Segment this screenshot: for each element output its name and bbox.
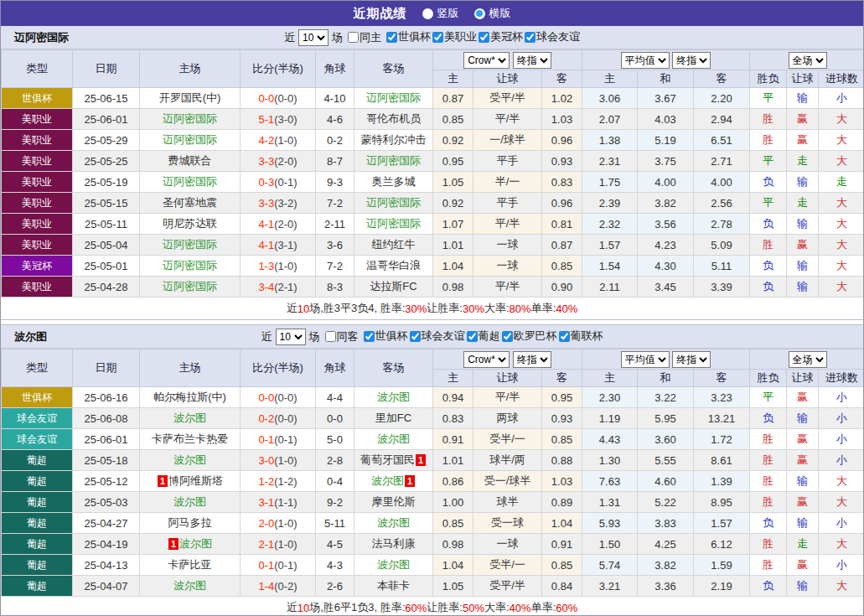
result-cell: 负 xyxy=(750,214,787,235)
match-row: 世俱杯25-06-15开罗国民(中)0-0(0-0)4-10迈阿密国际0.87受… xyxy=(2,88,864,109)
match-row: 葡超25-04-27阿马多拉2-0(1-0)5-11波尔图0.85受一球1.04… xyxy=(2,513,864,534)
col-score: 比分(半场) xyxy=(241,50,316,88)
away-team-name: 本菲卡 xyxy=(377,579,410,592)
home-team-name: 卡萨布兰卡热爱 xyxy=(152,432,228,445)
handicap-result-cell: 赢 xyxy=(787,235,819,256)
match-date: 25-05-11 xyxy=(73,214,140,235)
same-venue-checkbox[interactable] xyxy=(325,331,336,342)
near-label: 近 xyxy=(261,329,272,344)
odds-stage-select-2[interactable]: 终指 xyxy=(672,351,711,368)
eu-away-odds: 2.78 xyxy=(694,214,750,235)
league-badge: 美职业 xyxy=(2,151,73,172)
corner-cell: 4-6 xyxy=(316,109,354,130)
corner-cell: 9-3 xyxy=(316,172,354,193)
away-team-cell: 波尔图 xyxy=(354,513,433,534)
score-cell: 4-2(1-0) xyxy=(241,130,316,151)
same-venue-filter[interactable]: 同客 xyxy=(325,329,359,344)
league-checkbox[interactable] xyxy=(364,331,375,342)
eu-draw-odds: 5.19 xyxy=(638,130,694,151)
away-team-cell: 摩里伦斯 xyxy=(354,492,433,513)
odds-source-select[interactable]: Crow* xyxy=(463,351,510,368)
away-team-name: 波尔图 xyxy=(377,516,410,529)
fulltime-score: 0-3 xyxy=(258,176,274,189)
league-checkbox[interactable] xyxy=(386,32,397,43)
match-count-select[interactable]: 10 xyxy=(298,29,329,46)
league-filter-3[interactable]: 美冠杯 xyxy=(479,29,523,44)
home-team-name: 明尼苏达联 xyxy=(163,217,217,230)
league-checkbox[interactable] xyxy=(559,331,570,342)
league-filter-1[interactable]: 世俱杯 xyxy=(386,29,431,44)
result-cell: 平 xyxy=(750,193,787,214)
league-filter-4[interactable]: 欧罗巴杯 xyxy=(502,329,557,344)
ah-home-odds: 0.85 xyxy=(433,513,473,534)
league-filter-3[interactable]: 葡超 xyxy=(467,329,500,344)
eu-home-odds: 1.30 xyxy=(582,450,638,471)
away-team-cell: 蒙特利尔冲击 xyxy=(354,130,433,151)
corner-cell: 4-10 xyxy=(316,88,354,109)
header-group-row: 类型 日期 主场 比分(半场) 角球 客场 Crow* 终指 平均值 终指 xyxy=(2,50,864,70)
away-team-name: 奥兰多城 xyxy=(372,175,416,188)
red-card-badge: 1 xyxy=(158,475,168,487)
odds-stage-select[interactable]: 终指 xyxy=(513,351,551,368)
goals-result-cell: 走 xyxy=(819,172,864,193)
home-team-cell: 1博阿维斯塔 xyxy=(140,471,241,492)
red-card-badge: 1 xyxy=(168,538,178,550)
ah-line: 受半/一 xyxy=(473,429,542,450)
odds-stage-select[interactable]: 终指 xyxy=(513,52,551,69)
same-venue-filter[interactable]: 同主 xyxy=(348,30,381,45)
col-handicap: 让球 xyxy=(787,370,819,387)
red-card-badge: 1 xyxy=(405,475,415,487)
home-team-name: 迈阿密国际 xyxy=(163,238,217,251)
league-checkbox[interactable] xyxy=(432,32,443,43)
filter-row: 迈阿密国际 近 10 场 同主 世俱杯美职业美冠杯球会友谊 xyxy=(1,26,863,49)
league-checkbox[interactable] xyxy=(525,32,535,43)
eu-odds-header: 平均值 终指 xyxy=(582,349,750,370)
league-checkbox[interactable] xyxy=(502,331,513,342)
eu-away-odds: 2.56 xyxy=(694,193,750,214)
league-filter-2[interactable]: 球会友谊 xyxy=(410,329,465,344)
average-select[interactable]: 平均值 xyxy=(621,52,670,69)
league-filter-4[interactable]: 球会友谊 xyxy=(525,29,580,44)
layout-option-horizontal[interactable]: 横版 xyxy=(474,6,511,21)
summary-text: 场,胜3平3负4, 胜率: xyxy=(309,301,405,316)
scope-select[interactable]: 全场 xyxy=(789,52,827,69)
eu-home-odds: 2.07 xyxy=(582,109,638,130)
corner-cell: 0-0 xyxy=(316,408,354,429)
scope-select[interactable]: 全场 xyxy=(789,351,827,368)
league-label: 美职业 xyxy=(444,29,477,44)
average-select[interactable]: 平均值 xyxy=(621,351,670,368)
fulltime-score: 2-1 xyxy=(258,538,274,551)
radio-horizontal-icon[interactable] xyxy=(474,8,485,19)
summary-text: 10 xyxy=(297,602,309,614)
league-filter-2[interactable]: 美职业 xyxy=(432,29,477,44)
away-team-cell: 温哥华白浪 xyxy=(354,256,433,277)
layout-option-vertical[interactable]: 竖版 xyxy=(422,6,459,21)
ah-odds-header: Crow* 终指 xyxy=(433,50,582,70)
league-filter-1[interactable]: 世俱杯 xyxy=(364,329,408,344)
col-eu-draw: 和 xyxy=(638,70,694,88)
corner-cell: 8-7 xyxy=(316,151,354,172)
summary-text: 大率: xyxy=(484,301,510,316)
same-venue-checkbox[interactable] xyxy=(348,32,359,43)
result-cell: 胜 xyxy=(750,235,787,256)
eu-away-odds: 3.39 xyxy=(694,277,750,298)
league-filter-5[interactable]: 葡联杯 xyxy=(559,329,603,344)
league-checkbox[interactable] xyxy=(410,331,421,342)
result-cell: 胜 xyxy=(750,555,787,576)
corner-cell: 7-2 xyxy=(316,256,354,277)
score-cell: 1-4(0-2) xyxy=(241,576,316,597)
match-count-select[interactable]: 10 xyxy=(276,329,306,345)
odds-stage-select-2[interactable]: 终指 xyxy=(672,52,711,69)
result-cell: 平 xyxy=(750,151,787,172)
radio-vertical-icon[interactable] xyxy=(422,8,433,19)
ah-home-odds: 0.94 xyxy=(433,387,473,408)
league-checkbox[interactable] xyxy=(467,331,478,342)
odds-source-select[interactable]: Crow* xyxy=(463,52,510,69)
ah-home-odds: 1.05 xyxy=(433,576,473,597)
score-cell: 0-0(0-0) xyxy=(241,88,316,109)
away-team-cell: 本菲卡 xyxy=(354,576,433,597)
league-checkbox[interactable] xyxy=(479,32,489,43)
corner-cell: 2-6 xyxy=(316,576,354,597)
filter-controls: 近 10 场 同主 世俱杯美职业美冠杯球会友谊 xyxy=(284,29,580,46)
summary-text: 单率: xyxy=(531,301,556,316)
